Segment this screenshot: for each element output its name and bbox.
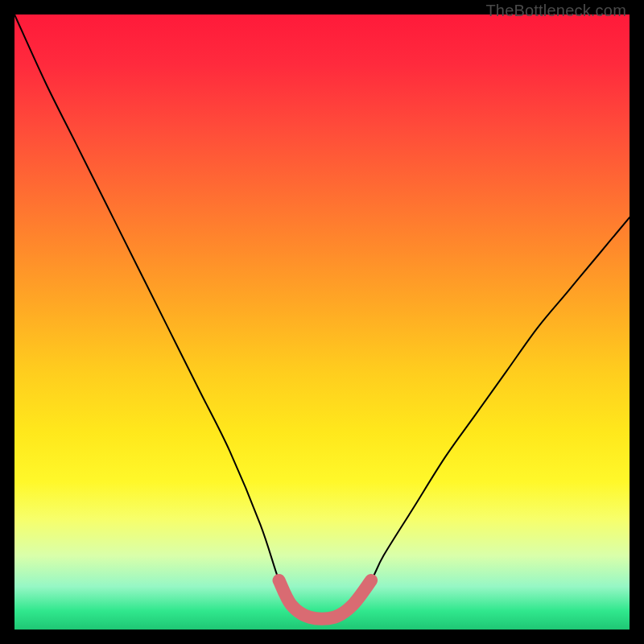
chart-svg (14, 14, 630, 630)
chart-frame: TheBottleneck.com (0, 0, 644, 644)
watermark-text: TheBottleneck.com (485, 2, 626, 20)
bottleneck-curve (14, 14, 630, 619)
chart-plot-area (14, 14, 630, 630)
flat-bottom-highlight (279, 580, 372, 619)
